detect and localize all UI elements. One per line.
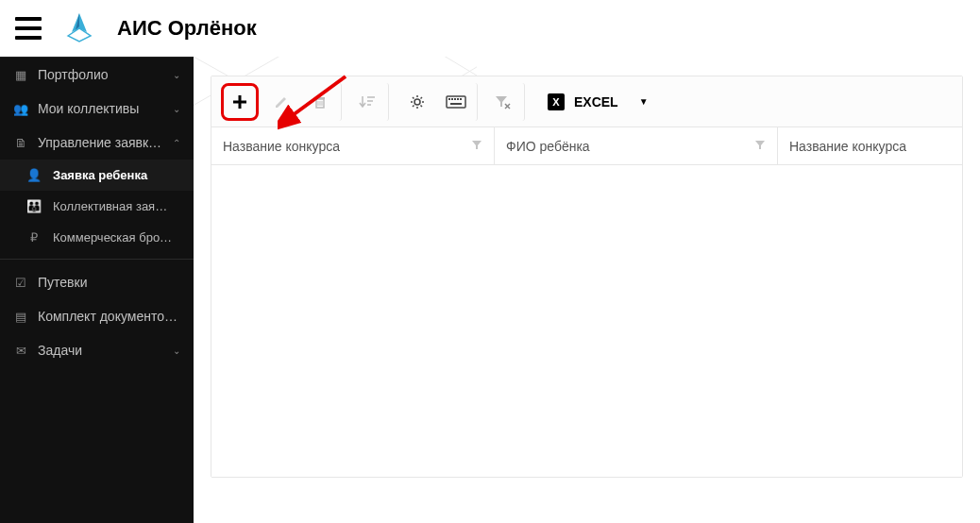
- mail-icon: ✉: [13, 344, 28, 358]
- settings-button[interactable]: [398, 83, 436, 121]
- chevron-down-icon: ⌄: [173, 346, 180, 356]
- sidebar-sub-collective-application[interactable]: 👪 Коллективная зая…: [0, 191, 194, 222]
- svg-rect-29: [448, 98, 450, 100]
- chevron-down-icon: ⌄: [173, 104, 180, 114]
- keyboard-button[interactable]: [440, 83, 478, 121]
- svg-rect-12: [315, 97, 325, 99]
- sidebar-item-label: Управление заявк…: [38, 135, 161, 150]
- checkbox-icon: ☑: [13, 276, 28, 290]
- divider: [0, 259, 194, 260]
- sidebar-sub-label: Заявка ребенка: [53, 168, 147, 182]
- svg-line-24: [413, 97, 414, 99]
- svg-point-19: [414, 99, 420, 105]
- excel-label: EXCEL: [574, 94, 618, 110]
- svg-rect-34: [450, 103, 462, 105]
- filter-icon[interactable]: [471, 139, 482, 153]
- app-logo: [60, 9, 98, 47]
- plus-icon: [231, 93, 248, 110]
- document-icon: 🗎: [13, 136, 28, 150]
- main-panel: X EXCEL ▼ Название конкурса ФИО ребёнка …: [194, 57, 980, 523]
- sidebar-sub-commercial-booking[interactable]: ₽ Коммерческая бро…: [0, 222, 194, 253]
- excel-badge-icon: X: [548, 93, 565, 110]
- svg-rect-33: [460, 98, 462, 100]
- column-label: Название конкурса: [789, 139, 906, 154]
- sidebar-item-applications[interactable]: 🗎 Управление заявк… ⌃: [0, 126, 194, 160]
- sidebar-item-documents[interactable]: ▤ Комплект документо…: [0, 299, 194, 333]
- table-body-empty: [211, 165, 962, 477]
- app-title: АИС Орлёнок: [117, 16, 257, 41]
- svg-rect-10: [233, 100, 246, 103]
- svg-rect-28: [447, 96, 465, 108]
- sidebar-sub-label: Коллективная зая…: [53, 199, 167, 213]
- delete-button[interactable]: [304, 83, 342, 121]
- header: АИС Орлёнок: [0, 0, 980, 57]
- sidebar-item-label: Путевки: [38, 275, 88, 290]
- ruble-icon: ₽: [26, 230, 42, 245]
- keyboard-icon: [446, 95, 466, 109]
- column-header-contest-name-2[interactable]: Название конкурса: [778, 127, 962, 164]
- filter-clear-icon: [495, 94, 512, 110]
- edit-button[interactable]: [262, 83, 300, 121]
- sidebar-item-portfolio[interactable]: ▦ Портфолио ⌄: [0, 57, 194, 92]
- sidebar: ▦ Портфолио ⌄ 👥 Мои коллективы ⌄ 🗎 Управ…: [0, 57, 194, 523]
- gear-icon: [410, 94, 425, 110]
- trash-icon: [313, 94, 328, 110]
- svg-rect-32: [457, 98, 459, 100]
- svg-line-26: [413, 105, 414, 107]
- content-card: X EXCEL ▼ Название конкурса ФИО ребёнка …: [211, 76, 963, 478]
- filter-icon[interactable]: [754, 139, 766, 153]
- add-button[interactable]: [221, 83, 259, 121]
- table-header: Название конкурса ФИО ребёнка Название к…: [211, 127, 962, 165]
- svg-rect-30: [451, 98, 453, 100]
- column-label: ФИО ребёнка: [506, 139, 590, 154]
- pencil-icon: [274, 94, 289, 110]
- svg-rect-31: [454, 98, 456, 100]
- list-icon: ▤: [13, 310, 28, 324]
- sidebar-item-tasks[interactable]: ✉ Задачи ⌄: [0, 333, 194, 367]
- svg-line-27: [421, 97, 423, 99]
- sidebar-item-collectives[interactable]: 👥 Мои коллективы ⌄: [0, 92, 194, 126]
- export-excel-dropdown[interactable]: X EXCEL ▼: [548, 93, 649, 110]
- chevron-up-icon: ⌃: [173, 138, 180, 148]
- sort-icon: [359, 94, 376, 110]
- column-header-contest-name[interactable]: Название конкурса: [211, 127, 495, 164]
- clear-filter-button[interactable]: [487, 83, 525, 121]
- person-icon: 👤: [26, 168, 42, 182]
- caret-down-icon: ▼: [639, 96, 649, 107]
- svg-line-25: [421, 105, 423, 107]
- sidebar-item-label: Мои коллективы: [38, 101, 139, 116]
- sidebar-item-label: Задачи: [38, 343, 82, 358]
- sidebar-sub-label: Коммерческая бро…: [53, 230, 172, 245]
- sort-button[interactable]: [351, 83, 389, 121]
- column-label: Название конкурса: [223, 139, 340, 154]
- sidebar-sub-child-application[interactable]: 👤 Заявка ребенка: [0, 160, 194, 191]
- group-icon: 👪: [26, 199, 42, 213]
- chevron-down-icon: ⌄: [173, 70, 180, 80]
- sidebar-item-label: Комплект документо…: [38, 309, 177, 324]
- users-icon: 👥: [13, 102, 28, 116]
- sidebar-item-label: Портфолио: [38, 67, 109, 82]
- toolbar: X EXCEL ▼: [211, 76, 962, 127]
- menu-toggle-icon[interactable]: [15, 17, 42, 40]
- sidebar-item-vouchers[interactable]: ☑ Путевки: [0, 265, 194, 299]
- briefcase-icon: ▦: [13, 68, 28, 82]
- column-header-child-name[interactable]: ФИО ребёнка: [495, 127, 778, 164]
